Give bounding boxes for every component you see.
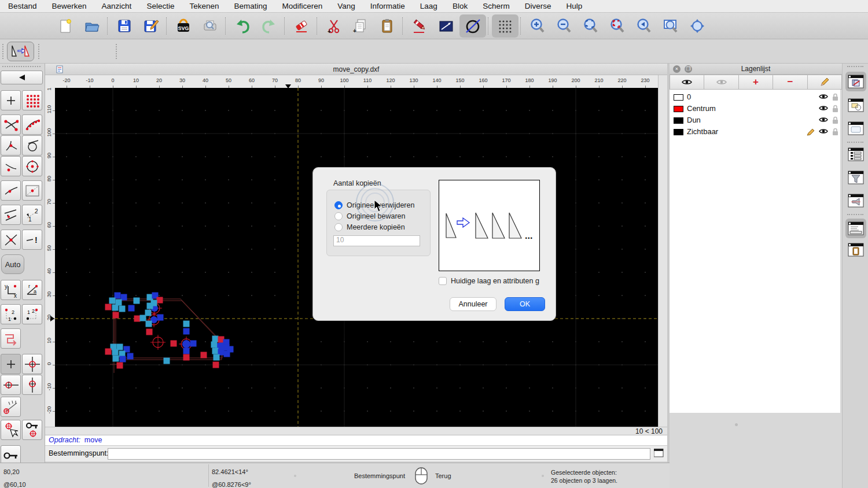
menu-modificeren[interactable]: Modificeren [282, 2, 323, 10]
dock-block-list-button[interactable] [845, 95, 866, 115]
menu-hulp[interactable]: Hulp [566, 2, 582, 10]
selection-handle[interactable] [127, 353, 134, 360]
zoom-in-button[interactable] [524, 14, 551, 38]
save-as-button[interactable] [138, 14, 164, 38]
selection-handle[interactable] [119, 306, 126, 312]
layer-visible-icon[interactable] [819, 128, 828, 135]
open-file-button[interactable] [79, 14, 105, 38]
dock-command-history-button[interactable] [845, 219, 866, 238]
selection-handle[interactable] [213, 362, 219, 368]
redo-button[interactable] [256, 14, 282, 38]
checkbox-icon[interactable] [439, 277, 447, 285]
restrict-vertical-button[interactable] [22, 375, 42, 395]
selection-handle[interactable] [134, 316, 141, 322]
layer-color-swatch[interactable] [674, 129, 683, 135]
menu-bemating[interactable]: Bemating [234, 2, 267, 10]
print-preview-button[interactable] [197, 14, 223, 38]
remove-layer-button[interactable]: − [773, 75, 807, 90]
snap-intersection-manual-button[interactable]: ! [22, 230, 42, 250]
layer-panel-header[interactable]: × ❐ Lagenlijst [670, 64, 842, 75]
lock-relative-zero-target-button[interactable] [22, 420, 42, 440]
selection-handle[interactable] [201, 352, 207, 358]
zoom-out-button[interactable] [551, 14, 578, 38]
layer-name[interactable]: Zichtbaar [687, 127, 718, 136]
layer-color-swatch[interactable] [674, 94, 683, 101]
snap-tangential-button[interactable] [22, 135, 42, 156]
selection-handle[interactable] [146, 321, 152, 327]
snap-free-button[interactable] [1, 90, 21, 110]
ok-button[interactable]: OK [505, 297, 545, 311]
menu-tekenen[interactable]: Tekenen [189, 2, 219, 10]
show-all-layers-button[interactable] [670, 75, 704, 90]
layer-visible-icon[interactable] [819, 93, 828, 100]
radio-multiple-copies[interactable]: Meerdere kopieën [334, 223, 405, 232]
layer-visible-icon[interactable] [819, 116, 828, 123]
grid-toggle-button[interactable] [492, 14, 518, 38]
menu-selectie[interactable]: Selectie [146, 2, 174, 10]
menu-aanzicht[interactable]: Aanzicht [102, 2, 132, 10]
menu-vang[interactable]: Vang [337, 2, 355, 10]
menu-scherm[interactable]: Scherm [483, 2, 510, 10]
coordinate-polar-button[interactable]: ra [22, 280, 42, 300]
window-zoom-button[interactable] [657, 14, 684, 38]
snap-center-button[interactable] [22, 156, 42, 176]
toolbar-handle[interactable] [2, 66, 41, 68]
menu-laag[interactable]: Laag [420, 2, 437, 10]
checkbox-label[interactable]: Huidige laag en attributen g [451, 277, 539, 285]
snap-intersection-button[interactable] [1, 230, 21, 250]
dock-selection-filter-button[interactable] [845, 168, 866, 187]
selection-handle[interactable] [113, 356, 119, 362]
previous-view-button[interactable] [631, 14, 657, 38]
selection-handle[interactable] [120, 356, 126, 363]
pencil-tool-button[interactable] [406, 14, 433, 38]
selection-handle[interactable] [183, 328, 190, 335]
selection-handle[interactable] [227, 346, 234, 353]
selection-handle[interactable] [105, 304, 112, 310]
svg-export-button[interactable]: SVG [170, 14, 197, 38]
hide-all-layers-button[interactable] [704, 75, 738, 90]
layer-row-centrum[interactable]: Centrum [670, 103, 840, 114]
copy-button[interactable]: + [347, 14, 374, 38]
document-titlebar[interactable]: move_copy.dxf [45, 64, 667, 75]
selection-handle[interactable] [128, 305, 135, 312]
snap-on-entity-button[interactable] [22, 114, 42, 135]
new-file-button[interactable] [52, 14, 79, 38]
layer-lock-icon[interactable] [832, 105, 838, 112]
menu-informatie[interactable]: Informatie [370, 2, 405, 10]
selection-handle[interactable] [190, 341, 197, 347]
selection-handle[interactable] [157, 297, 163, 304]
selection-handle[interactable] [134, 298, 140, 304]
layer-visible-icon[interactable] [819, 105, 828, 112]
selection-handle[interactable] [183, 348, 190, 354]
selection-handle[interactable] [151, 300, 157, 306]
layer-color-swatch[interactable] [674, 106, 683, 112]
vertical-scrollbar[interactable] [658, 75, 667, 427]
panel-detach-button[interactable]: ❐ [685, 65, 692, 73]
dock-handle[interactable] [847, 66, 863, 68]
snap-distance-1-button[interactable] [1, 205, 21, 225]
layer-row-zichtbaar[interactable]: Zichtbaar [670, 126, 840, 138]
selection-handle[interactable] [112, 349, 119, 356]
selection-handle[interactable] [146, 329, 153, 335]
panel-close-button[interactable]: × [673, 65, 681, 73]
delete-button[interactable] [288, 14, 315, 38]
edit-layer-button[interactable] [808, 75, 842, 90]
cancel-button[interactable]: Annuleer [450, 297, 496, 311]
menu-diverse[interactable]: Diverse [525, 2, 551, 10]
radio-label[interactable]: Meerdere kopieën [347, 223, 405, 231]
layer-row-dun[interactable]: Dun [670, 114, 840, 126]
snap-distance-2-button[interactable]: 21 [22, 205, 42, 225]
radio-icon[interactable] [334, 223, 343, 231]
radio-icon[interactable] [334, 212, 343, 220]
paste-button[interactable] [374, 14, 400, 38]
restrict-off-button[interactable] [1, 328, 21, 349]
coordinate-xy-button[interactable]: yx [1, 280, 21, 300]
command-window-button[interactable] [654, 449, 664, 458]
dock-command-line-button[interactable] [845, 191, 866, 210]
snap-back-button[interactable] [1, 71, 43, 84]
pan-button[interactable] [684, 14, 711, 38]
layer-name[interactable]: Centrum [687, 104, 716, 113]
selection-handle[interactable] [113, 312, 119, 319]
add-layer-button[interactable]: + [739, 75, 773, 90]
selection-handle[interactable] [117, 363, 123, 369]
